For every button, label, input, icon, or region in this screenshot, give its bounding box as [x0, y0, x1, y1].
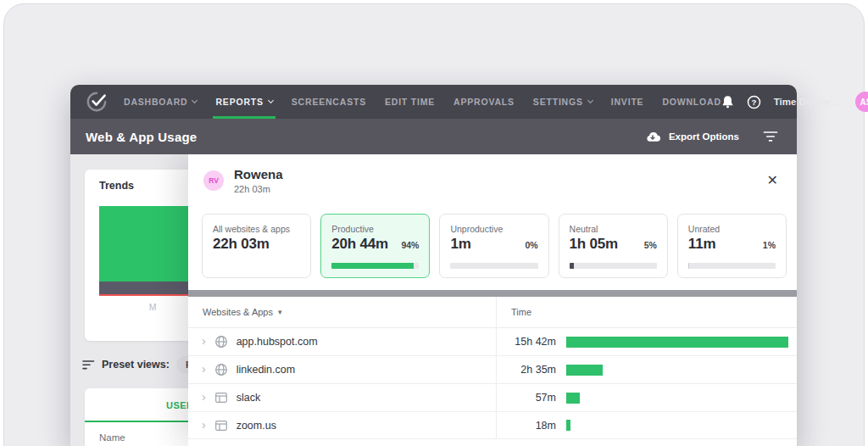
usage-table-header: Websites & Apps ▾ Time — [188, 297, 797, 327]
column-header-websites-apps[interactable]: Websites & Apps ▾ — [188, 297, 496, 327]
time-value: 18m — [497, 420, 556, 432]
time-doctor-logo-icon[interactable] — [86, 91, 108, 113]
cloud-download-icon — [645, 131, 660, 142]
time-bar — [566, 393, 788, 404]
app-name: slack — [236, 392, 260, 404]
table-row-linkedin[interactable]: › linkedin.com 2h 35m — [188, 355, 797, 383]
nav-reports[interactable]: REPORTS — [215, 85, 272, 119]
user-total-time: 22h 03m — [234, 184, 283, 194]
productive-progress-bar — [331, 263, 419, 269]
user-name: Rowena — [234, 167, 283, 181]
preset-views-label: Preset views: — [102, 359, 170, 371]
nav-dashboard[interactable]: DASHBOARD — [124, 85, 197, 119]
sort-lines-icon — [82, 360, 95, 371]
user-detail-panel: RV Rowena 22h 03m ✕ All websites & apps … — [188, 154, 797, 446]
tab-users-underline — [85, 421, 203, 422]
notifications-bell-icon[interactable] — [721, 95, 734, 109]
users-name-column-header: Name — [99, 432, 125, 443]
table-row-app-hubspot[interactable]: › app.hubspot.com 15h 42m — [188, 327, 797, 355]
top-navbar: DASHBOARD REPORTS SCREENCASTS EDIT TIME … — [70, 85, 797, 119]
nav-download[interactable]: DOWNLOAD — [662, 85, 721, 119]
summary-cards-row: All websites & apps 22h 03m Productive 2… — [188, 207, 797, 278]
unproductive-progress-bar — [450, 263, 537, 269]
nav-settings[interactable]: SETTINGS — [533, 85, 593, 119]
time-bar — [566, 337, 788, 348]
nav-items: DASHBOARD REPORTS SCREENCASTS EDIT TIME … — [124, 85, 721, 119]
user-avatar-rv: RV — [203, 170, 224, 191]
globe-icon — [214, 363, 228, 376]
website-name: app.hubspot.com — [236, 336, 318, 348]
navbar-right: ? Time Doctor … AS — [721, 92, 868, 112]
trends-title: Trends — [99, 180, 134, 192]
time-bar — [566, 365, 788, 376]
content-area: Trends M Preset views: P — [70, 154, 797, 446]
chevron-down-icon — [587, 98, 593, 103]
screenshot-canvas: DASHBOARD REPORTS SCREENCASTS EDIT TIME … — [0, 0, 868, 446]
users-panel: USERS Name — [85, 388, 203, 446]
card-all-websites-apps[interactable]: All websites & apps 22h 03m — [202, 214, 311, 278]
section-divider-band — [188, 290, 797, 297]
time-value: 15h 42m — [497, 336, 556, 348]
card-neutral[interactable]: Neutral 1h 05m 5% — [559, 214, 668, 278]
unrated-progress-bar — [688, 263, 776, 269]
page-subheader: Web & App Usage Export Options — [70, 119, 797, 154]
nav-edit-time[interactable]: EDIT TIME — [385, 85, 435, 119]
company-switcher[interactable]: Time Doctor … — [774, 97, 843, 107]
time-value: 2h 35m — [497, 364, 556, 376]
nav-invite[interactable]: INVITE — [611, 85, 644, 119]
app-window-icon — [214, 419, 228, 432]
nav-screencasts[interactable]: SCREENCASTS — [292, 85, 366, 119]
trends-card: Trends M — [85, 170, 203, 341]
expand-chevron-icon[interactable]: › — [202, 419, 206, 431]
svg-text:?: ? — [751, 97, 756, 106]
app-window-icon — [214, 391, 228, 404]
user-identity: Rowena 22h 03m — [234, 167, 283, 194]
card-unrated[interactable]: Unrated 11m 1% — [677, 214, 787, 278]
time-value: 57m — [497, 392, 556, 404]
filter-icon[interactable] — [763, 131, 778, 142]
page-title: Web & App Usage — [86, 130, 197, 144]
chevron-down-icon — [268, 98, 274, 103]
website-name: linkedin.com — [236, 364, 295, 376]
nav-approvals[interactable]: APPROVALS — [453, 85, 515, 119]
trends-x-tick: M — [110, 302, 195, 312]
expand-chevron-icon[interactable]: › — [202, 335, 206, 347]
app-name: zoom.us — [236, 420, 276, 432]
chevron-down-icon — [192, 98, 198, 103]
user-detail-header: RV Rowena 22h 03m ✕ — [188, 154, 797, 207]
app-window: DASHBOARD REPORTS SCREENCASTS EDIT TIME … — [70, 85, 797, 446]
user-avatar[interactable]: AS — [855, 92, 868, 112]
table-row-slack[interactable]: › slack 57m — [188, 383, 797, 411]
close-icon[interactable]: ✕ — [762, 170, 783, 191]
expand-chevron-icon[interactable]: › — [202, 363, 206, 375]
table-row-zoom[interactable]: › zoom.us 18m — [188, 411, 797, 439]
export-options-button[interactable]: Export Options — [645, 131, 739, 142]
time-bar — [566, 420, 788, 431]
help-icon[interactable]: ? — [747, 95, 761, 109]
card-productive[interactable]: Productive 20h 44m 94% — [320, 214, 430, 278]
card-unproductive[interactable]: Unproductive 1m 0% — [439, 214, 548, 278]
neutral-progress-bar — [570, 263, 657, 269]
column-header-time: Time — [496, 297, 797, 327]
sort-desc-icon: ▾ — [278, 308, 282, 316]
globe-icon — [214, 335, 228, 348]
expand-chevron-icon[interactable]: › — [202, 391, 206, 403]
